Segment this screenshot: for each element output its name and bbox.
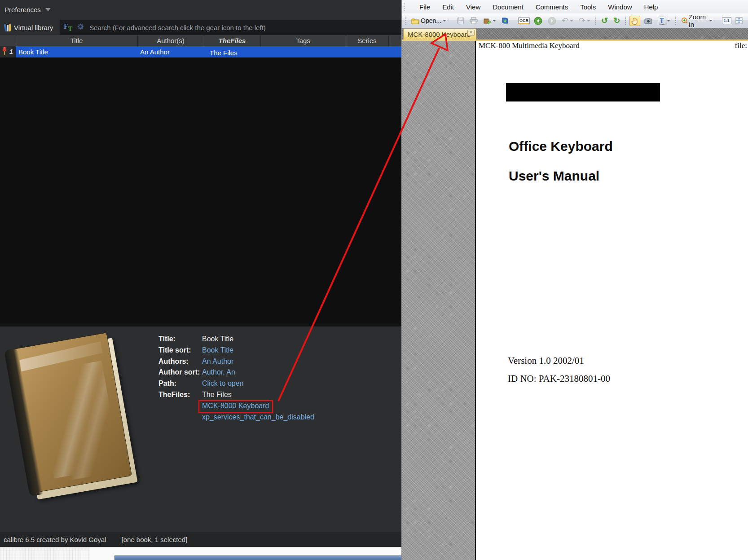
cell-thefiles[interactable]: The Files <box>210 47 238 58</box>
rotate-left-icon: ↺ <box>601 17 608 25</box>
menu-help[interactable]: Help <box>644 3 658 11</box>
field-value-path[interactable]: Click to open <box>202 379 314 391</box>
pdf-menu-bar: File Edit View Document Comments Tools W… <box>402 0 748 13</box>
ocr-button[interactable]: OCR <box>518 18 530 24</box>
doc-id-text: ID NO: PAK-23180801-00 <box>508 373 610 384</box>
zoom-in-icon <box>681 17 687 25</box>
field-value-authors[interactable]: An Author <box>202 357 314 369</box>
open-button[interactable]: Open... <box>410 16 448 25</box>
chevron-down-icon[interactable] <box>709 20 713 22</box>
pdf-viewer-window: File Edit View Document Comments Tools W… <box>401 0 748 560</box>
background-blue-bar <box>114 556 401 560</box>
chevron-down-icon <box>587 20 590 22</box>
field-value-author-sort[interactable]: Author, An <box>202 368 314 379</box>
book-list-empty-area[interactable] <box>0 57 401 326</box>
tab-close-button[interactable]: × <box>467 30 475 36</box>
actual-size-button[interactable]: 1:1 <box>722 17 731 24</box>
search-input[interactable] <box>88 23 369 32</box>
preferences-button[interactable]: Preferences <box>4 6 51 13</box>
pdf-document-area: MCK-800 Multimedia Keyboard file: Office… <box>402 41 748 560</box>
field-label-title-sort: Title sort: <box>158 346 202 357</box>
column-header-title[interactable]: Title <box>16 35 137 46</box>
doc-heading-2: User's Manual <box>509 168 599 184</box>
column-header-thefiles[interactable]: TheFiles <box>204 35 260 46</box>
snapshot-button[interactable] <box>643 17 654 25</box>
field-label-title: Title: <box>158 335 202 346</box>
virtual-library-button[interactable]: Virtual library <box>3 21 55 34</box>
tab-title: MCK-8000 Keyboard <box>408 31 471 38</box>
fit-page-button[interactable] <box>734 16 744 25</box>
fit-page-icon <box>735 17 743 24</box>
chevron-down-icon[interactable] <box>493 20 496 22</box>
column-header-tags[interactable]: Tags <box>260 35 346 46</box>
table-row[interactable]: 1 Book Title An Author The Files <box>0 46 401 57</box>
field-value-thefiles: The Files <box>202 391 314 402</box>
thefiles-link-xp-services[interactable]: xp_services_that_can_be_disabled <box>202 413 314 424</box>
chevron-down-icon <box>667 20 670 22</box>
menu-window[interactable]: Window <box>608 3 632 11</box>
chevron-down-icon[interactable] <box>443 20 446 22</box>
redo-icon: ↷ <box>579 17 585 25</box>
background-window-strip <box>0 547 401 560</box>
export-button[interactable] <box>482 16 497 25</box>
pdf-tab-bar: MCK-8000 Keyboard × <box>402 28 748 40</box>
rotate-left-button[interactable]: ↺ <box>600 16 609 26</box>
books-icon <box>4 24 11 31</box>
menu-edit[interactable]: Edit <box>442 3 454 11</box>
book-cover[interactable] <box>8 332 134 505</box>
package-icon <box>483 17 491 24</box>
status-selection-text: [one book, 1 selected] <box>121 536 187 543</box>
download-button[interactable] <box>500 16 510 25</box>
field-label-authors: Authors: <box>158 357 202 369</box>
menu-view[interactable]: View <box>466 3 480 11</box>
folder-icon <box>411 18 419 24</box>
column-header-authors[interactable]: Author(s) <box>137 35 204 46</box>
rotate-right-button[interactable]: ↻ <box>612 16 621 26</box>
hand-icon <box>631 17 638 25</box>
gear-icon[interactable] <box>76 22 84 32</box>
toolbar-grip[interactable] <box>625 17 626 25</box>
menu-tools[interactable]: Tools <box>580 3 596 11</box>
chevron-down-icon <box>570 20 573 22</box>
row-selection <box>16 46 401 57</box>
print-button[interactable] <box>468 16 479 25</box>
thefiles-link-mck8000[interactable]: MCK-8000 Keyboard <box>202 402 314 413</box>
save-button[interactable] <box>456 16 466 25</box>
page-header-file-url: file: <box>735 41 747 50</box>
screen: Preferences Virtual library FT Title Au <box>0 0 748 560</box>
field-value-title-sort[interactable]: Book Title <box>202 346 314 357</box>
cell-authors[interactable]: An Author <box>140 46 170 57</box>
camera-icon <box>644 18 652 24</box>
tab-mck-8000-keyboard[interactable]: MCK-8000 Keyboard × <box>403 28 476 40</box>
select-text-button[interactable]: T <box>656 16 672 26</box>
status-bar: calibre 6.5 created by Kovid Goyal [one … <box>0 532 401 547</box>
cell-title[interactable]: Book Title <box>18 46 48 57</box>
row-gutter: 1 <box>0 46 16 57</box>
menu-comments[interactable]: Comments <box>536 3 568 11</box>
redacted-black-bar <box>506 83 660 101</box>
zoom-in-button[interactable]: Zoom In <box>680 12 713 29</box>
chevron-down-icon <box>45 8 51 11</box>
menu-file[interactable]: File <box>419 3 430 11</box>
calibre-window: Preferences Virtual library FT Title Au <box>0 0 401 560</box>
field-label-thefiles: TheFiles: <box>158 391 202 402</box>
hand-tool-button[interactable] <box>629 16 640 26</box>
menu-document[interactable]: Document <box>493 3 523 11</box>
toolbar-grip[interactable] <box>405 17 406 25</box>
printer-icon <box>470 17 478 24</box>
column-header-series[interactable]: Series <box>346 35 388 46</box>
redo-button[interactable]: ↷ <box>577 16 592 26</box>
pin-icon <box>2 47 7 57</box>
undo-button[interactable]: ↶ <box>560 16 575 26</box>
virtual-library-label: Virtual library <box>14 24 53 31</box>
search-bar: FT <box>60 20 401 35</box>
toolbar-grip[interactable] <box>595 17 596 25</box>
row-index: 1 <box>9 48 13 55</box>
toolbar-grip[interactable] <box>675 17 676 25</box>
pdf-page[interactable]: MCK-800 Multimedia Keyboard file: Office… <box>475 41 748 560</box>
toolbar-grip[interactable] <box>404 3 406 11</box>
forward-button[interactable] <box>546 16 558 26</box>
full-text-search-icon[interactable]: FT <box>64 23 72 32</box>
field-label-path: Path: <box>158 379 202 391</box>
back-button[interactable] <box>532 16 544 26</box>
